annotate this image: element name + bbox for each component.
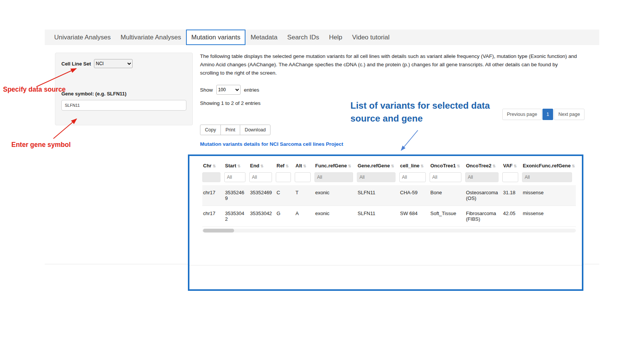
cell-ref: G (276, 206, 295, 227)
copy-button[interactable]: Copy (200, 125, 221, 135)
cell-func-refgene: exonic (314, 206, 357, 227)
cell-end: 35352469 (249, 185, 276, 206)
header-row: Chr⇅ Start⇅ End⇅ Ref⇅ Alt⇅ Func.refGene⇅… (202, 161, 576, 172)
sort-icon: ⇅ (213, 164, 216, 168)
entries-per-page-select[interactable]: 100 (216, 85, 241, 95)
sort-icon: ⇅ (348, 164, 351, 168)
table-description: The following table displays the selecte… (200, 52, 577, 77)
table-row[interactable]: chr17 35353042 35353042 G A exonic SLFN1… (202, 206, 576, 227)
filter-input-cell-line[interactable] (399, 172, 426, 182)
sort-icon: ⇅ (420, 164, 424, 168)
column-header-start[interactable]: Start⇅ (224, 161, 249, 172)
export-button-group: Copy Print Download (200, 125, 270, 135)
cell-exonicfunc: missense (522, 185, 576, 206)
column-header-oncotree2[interactable]: OncoTree2⇅ (465, 161, 502, 172)
pagination: Previous page 1 Next page (502, 109, 585, 120)
sort-icon: ⇅ (457, 164, 460, 168)
controls-panel: Cell Line Set NCI Gene symbol: (e.g. SLF… (55, 53, 193, 125)
column-header-chr[interactable]: Chr⇅ (202, 161, 224, 172)
tab-video-tutorial[interactable]: Video tutorial (347, 30, 394, 45)
tab-help[interactable]: Help (324, 30, 347, 45)
annotation-enter-gene-symbol: Enter gene symbol (11, 141, 71, 149)
filter-input-gene-refgene[interactable] (357, 172, 395, 182)
table-title-link[interactable]: Mutation variants details for NCI Sarcom… (200, 141, 343, 147)
cell-start: 35353042 (224, 206, 249, 227)
download-button[interactable]: Download (240, 125, 271, 135)
entries-label: entries (244, 87, 259, 93)
variants-table: Chr⇅ Start⇅ End⇅ Ref⇅ Alt⇅ Func.refGene⇅… (202, 161, 576, 227)
sort-icon: ⇅ (238, 164, 241, 168)
cell-chr: chr17 (202, 185, 224, 206)
column-header-vaf[interactable]: VAF⇅ (502, 161, 522, 172)
filter-input-oncotree2[interactable] (465, 172, 499, 182)
cell-vaf: 31.18 (502, 185, 522, 206)
sort-icon: ⇅ (391, 164, 394, 168)
tab-metadata[interactable]: Metadata (245, 30, 282, 45)
blue-arrow-to-table (401, 130, 418, 150)
cell-gene-refgene: SLFN11 (357, 185, 399, 206)
filter-input-alt[interactable] (295, 172, 311, 182)
tab-search-ids[interactable]: Search IDs (282, 30, 324, 45)
sort-icon: ⇅ (492, 164, 496, 168)
cell-oncotree1: Bone (430, 185, 465, 206)
cell-end: 35353042 (249, 206, 276, 227)
column-header-alt[interactable]: Alt⇅ (295, 161, 314, 172)
variants-table-box: Chr⇅ Start⇅ End⇅ Ref⇅ Alt⇅ Func.refGene⇅… (188, 154, 583, 291)
scrollbar-thumb[interactable] (203, 229, 234, 232)
column-header-cell-line[interactable]: cell_line⇅ (399, 161, 430, 172)
filter-input-start[interactable] (224, 172, 245, 182)
column-header-func-refgene[interactable]: Func.refGene⇅ (314, 161, 357, 172)
tab-multivariate-analyses[interactable]: Multivariate Analyses (116, 30, 186, 45)
cell-gene-refgene: SLFN11 (357, 206, 399, 227)
main-nav: Univariate Analyses Multivariate Analyse… (45, 30, 599, 45)
next-page-button[interactable]: Next page (554, 109, 585, 120)
showing-entries-info: Showing 1 to 2 of 2 entries (200, 100, 261, 106)
cell-exonicfunc: missense (522, 206, 576, 227)
gene-symbol-label: Gene symbol: (e.g. SLFN11) (61, 91, 127, 97)
table-bottom-border (189, 265, 582, 265)
filter-input-exonicfunc[interactable] (522, 172, 572, 182)
gene-symbol-input[interactable] (61, 100, 186, 111)
cell-oncotree2: Fibrosarcoma (FIBS) (465, 206, 502, 227)
cell-alt: T (295, 185, 314, 206)
cell-line-set-label: Cell Line Set (61, 61, 91, 67)
cell-alt: A (295, 206, 314, 227)
cell-line-set-select[interactable]: NCI (94, 59, 133, 68)
tab-univariate-analyses[interactable]: Univariate Analyses (49, 30, 116, 45)
cell-start: 35352469 (224, 185, 249, 206)
page: Univariate Analyses Multivariate Analyse… (0, 0, 644, 362)
annotation-variants-list: List of variants for selected data sourc… (350, 99, 506, 125)
cell-vaf: 42.05 (502, 206, 522, 227)
cell-func-refgene: exonic (314, 185, 357, 206)
sort-icon: ⇅ (514, 164, 517, 168)
column-header-gene-refgene[interactable]: Gene.refGene⇅ (357, 161, 399, 172)
sort-icon: ⇅ (303, 164, 306, 168)
tab-mutation-variants[interactable]: Mutation variants (186, 30, 245, 45)
filter-input-oncotree1[interactable] (430, 172, 461, 182)
filter-input-ref[interactable] (276, 172, 291, 182)
column-header-oncotree1[interactable]: OncoTree1⇅ (430, 161, 465, 172)
sort-icon: ⇅ (572, 164, 575, 168)
filter-input-func-refgene[interactable] (314, 172, 353, 182)
previous-page-button[interactable]: Previous page (502, 109, 542, 120)
show-label: Show (200, 87, 213, 93)
print-button[interactable]: Print (220, 125, 240, 135)
annotation-specify-data-source: Specify data source (3, 86, 66, 94)
column-header-end[interactable]: End⇅ (249, 161, 276, 172)
table-row[interactable]: chr17 35352469 35352469 C T exonic SLFN1… (202, 185, 576, 206)
sort-icon: ⇅ (286, 164, 289, 168)
page-number-button[interactable]: 1 (542, 109, 553, 120)
column-header-exonicfunc-refgene[interactable]: ExonicFunc.refGene⇅ (522, 161, 576, 172)
cell-ref: C (276, 185, 295, 206)
show-entries-row: Show 100 entries (200, 85, 259, 95)
cell-chr: chr17 (202, 206, 224, 227)
filter-input-end[interactable] (249, 172, 272, 182)
cell-oncotree1: Soft_Tissue (430, 206, 465, 227)
sort-icon: ⇅ (261, 164, 264, 168)
cell-oncotree2: Osteosarcoma (OS) (465, 185, 502, 206)
column-header-ref[interactable]: Ref⇅ (276, 161, 295, 172)
horizontal-scrollbar[interactable] (202, 229, 576, 232)
cell-cell-line: CHA-59 (399, 185, 430, 206)
filter-input-chr[interactable] (202, 172, 220, 182)
filter-input-vaf[interactable] (502, 172, 518, 182)
